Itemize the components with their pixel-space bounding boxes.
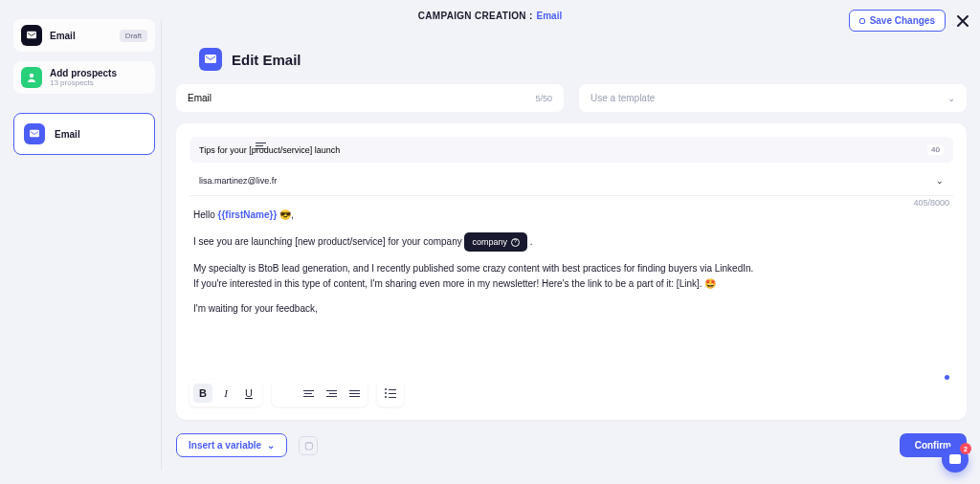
template-select[interactable]: Use a template ⌄ (579, 84, 967, 112)
sidebar-step-email[interactable]: Email (13, 113, 155, 155)
svg-point-1 (30, 74, 33, 77)
save-template-button[interactable]: ▢ (299, 436, 318, 455)
step-name-counter: 5/50 (535, 94, 552, 103)
align-left-button[interactable] (276, 384, 295, 403)
save-label: Save Changes (870, 15, 935, 26)
svg-rect-0 (27, 32, 36, 39)
main: Edit Email 5/50 Use a template ⌄ 40 lisa… (176, 48, 967, 471)
step-name-input[interactable] (188, 93, 443, 103)
page-title: Edit Email (232, 52, 301, 68)
prospects-title: Add prospects (50, 68, 117, 78)
help-icon: ? (511, 238, 520, 247)
step-label: Email (55, 129, 80, 140)
prospects-card[interactable]: Add prospects 13 prospects (13, 61, 155, 94)
sidebar: Email Draft Add prospects 13 prospects E… (13, 19, 155, 471)
prospects-count: 13 prospects (50, 78, 117, 87)
chat-button[interactable]: 2 (942, 446, 969, 473)
prospects-icon (21, 67, 42, 88)
status-badge: Draft (120, 30, 147, 42)
chevron-down-icon: ⌄ (936, 176, 944, 186)
footer-row: Insert a variable ⌄ ▢ Confirm (176, 433, 967, 457)
insert-variable-button[interactable]: Insert a variable ⌄ (176, 433, 287, 457)
insert-variable-label: Insert a variable (189, 440, 261, 451)
breadcrumb-link[interactable]: Email (537, 11, 563, 21)
svg-rect-2 (30, 130, 39, 138)
step-name-field[interactable]: 5/50 (176, 84, 564, 112)
breadcrumb-label: CAMPAIGN CREATION : (418, 11, 533, 21)
body-text: . (527, 236, 533, 247)
align-group (272, 380, 368, 407)
campaign-name: Email (50, 31, 76, 41)
save-changes-button[interactable]: Save Changes (849, 10, 946, 32)
list-group (377, 380, 404, 407)
page-heading: Edit Email (199, 48, 967, 71)
variable-company-chip[interactable]: company? (464, 232, 527, 252)
editor-panel: 40 lisa.martinez@live.fr ⌄ 405/8000 Hell… (176, 123, 967, 420)
template-placeholder: Use a template (590, 93, 655, 103)
align-justify-button[interactable] (345, 384, 364, 403)
chat-badge: 2 (960, 443, 971, 454)
chevron-down-icon: ⌄ (947, 93, 955, 103)
step-icon (24, 123, 45, 144)
subject-counter: 40 (927, 144, 944, 155)
heading-icon (199, 48, 222, 71)
bullet-list-button[interactable] (381, 384, 400, 403)
toolbar: B I U (189, 374, 953, 407)
divider (161, 19, 162, 471)
save-icon (859, 18, 865, 24)
chevron-down-icon: ⌄ (267, 440, 275, 451)
svg-rect-3 (205, 55, 216, 63)
campaign-card[interactable]: Email Draft (13, 19, 155, 52)
close-icon[interactable] (955, 13, 970, 29)
body-counter: 405/8000 (913, 198, 949, 208)
chip-label: company (472, 235, 507, 249)
campaign-icon (21, 25, 42, 46)
